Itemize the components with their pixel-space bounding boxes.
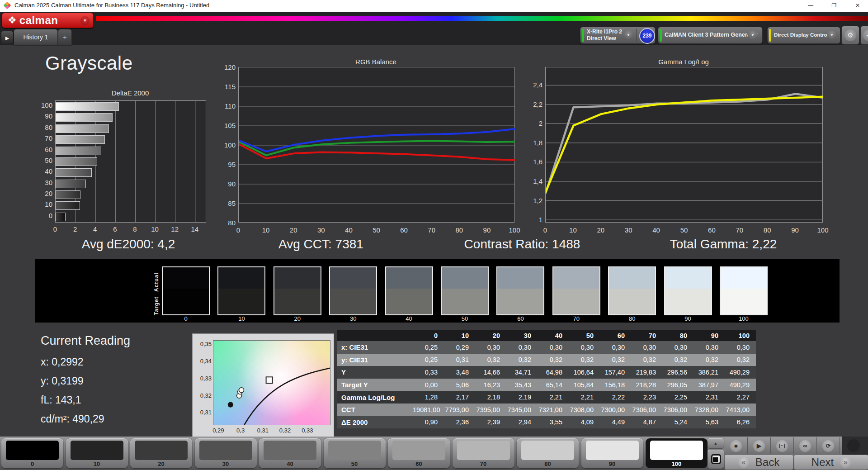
patch-panel-up-button[interactable]: ▲ <box>708 438 724 448</box>
cell: 0,32 <box>693 356 725 363</box>
pattern-size-button[interactable]: [··] <box>771 437 794 454</box>
rgb-plot-ytick-7: 115 <box>219 83 236 90</box>
table-header-50: 50 <box>569 332 600 339</box>
tab-history-1[interactable]: History 1 <box>14 29 58 46</box>
swatch-label-70: 70 <box>552 315 600 322</box>
patch-tile-20[interactable]: 20 <box>130 438 192 468</box>
maximize-icon[interactable]: ❐ <box>826 0 842 11</box>
patch-tile-0[interactable]: 0 <box>1 438 63 468</box>
cell: 0,31 <box>444 356 475 363</box>
table-row-x-cie31: x: CIE310,250,290,300,300,300,300,300,30… <box>337 341 756 354</box>
header-bar: ❖ calman ▼ ▶ History 1 + X-Rite i1Pro 2 … <box>0 12 868 45</box>
source-dropdown-arrow-icon[interactable]: ▼ <box>748 30 758 40</box>
next-button[interactable]: Next » <box>794 455 868 470</box>
collapse-panel-button[interactable]: ◀ <box>860 26 868 45</box>
patch-label-60: 60 <box>388 461 450 467</box>
gamma-plot-ytick-4: 1,8 <box>526 139 542 147</box>
patch-label-80: 80 <box>517 461 579 467</box>
deltae-bar-50 <box>56 157 97 166</box>
back-button[interactable]: « Back <box>725 455 793 470</box>
cie-ytick-3: 0,34 <box>194 358 212 365</box>
swatch-target-80 <box>609 289 655 314</box>
swatch-label-80: 80 <box>608 315 656 322</box>
minimize-icon[interactable]: — <box>803 0 818 11</box>
patch-tile-30[interactable]: 30 <box>195 438 257 468</box>
calman-diamond-icon: ❖ <box>8 14 17 26</box>
cell: 7413,00 <box>725 406 756 413</box>
cell: 0,00 <box>413 381 444 389</box>
patch-label-0: 0 <box>1 461 63 467</box>
patch-tile-40[interactable]: 40 <box>259 438 321 468</box>
cell: 0,30 <box>693 344 725 351</box>
rgb-balance-chart <box>238 67 514 223</box>
swatch-50 <box>441 266 489 315</box>
tab-scroll-button[interactable]: ▶ <box>1 31 14 45</box>
meter-reading-badge[interactable]: 239 <box>639 28 655 44</box>
cell: 7793,00 <box>444 406 475 413</box>
table-row-y: Y0,333,4814,6634,7164,98106,64157,40219,… <box>337 366 756 379</box>
table-row-cct: CCT19081,007793,007395,007345,007321,007… <box>337 404 756 416</box>
swatch-actual-20 <box>274 267 321 289</box>
patch-window-button[interactable] <box>708 450 724 469</box>
deltae-bar-0 <box>56 213 66 221</box>
collapse-arrow-icon: ◀ <box>863 29 868 41</box>
calman-menu-button[interactable]: ❖ calman ▼ <box>2 13 94 28</box>
display-control-selector[interactable]: Direct Display Control ▼ <box>767 27 840 44</box>
rgb-plot-xtick-80: 80 <box>452 226 467 234</box>
display-status-stripe <box>769 29 771 42</box>
patch-swatch-90 <box>586 441 639 460</box>
patch-tile-80[interactable]: 80 <box>517 438 579 468</box>
swatch-10 <box>217 266 265 315</box>
table-header-40: 40 <box>538 332 569 339</box>
add-tab-button[interactable]: + <box>58 29 72 46</box>
cell: 16,23 <box>475 381 506 389</box>
patch-tile-60[interactable]: 60 <box>388 438 450 468</box>
swatch-target-30 <box>330 289 376 314</box>
cell: 0,32 <box>506 356 538 363</box>
cell: 35,43 <box>506 381 538 389</box>
cell: 0,29 <box>444 344 475 351</box>
grayscale-swatch-strip: ActualTarget0102030405060708090100 <box>35 259 840 323</box>
cell: 0,30 <box>631 344 662 351</box>
close-icon[interactable]: ✕ <box>850 0 865 11</box>
row-label: Gamma Log/Log <box>337 394 413 401</box>
rgb-plot-xtick-60: 60 <box>397 226 411 234</box>
current-reading-panel: Current Reading x: 0,2992 y: 0,3199 fL: … <box>41 334 130 432</box>
patch-tile-70[interactable]: 70 <box>453 438 514 468</box>
calman-app-window: Calman 2025 Calman Ultimate for Business… <box>0 0 868 470</box>
row-label: y: CIE31 <box>337 356 413 364</box>
patch-tile-90[interactable]: 90 <box>581 438 643 468</box>
display-dropdown-arrow-icon[interactable]: ▼ <box>827 30 837 40</box>
meter-selector[interactable]: X-Rite i1Pro 2 Direct View ▼ 239 <box>580 27 656 44</box>
swatch-target-20 <box>274 289 321 314</box>
swatch-90 <box>664 266 712 315</box>
meter-dropdown-arrow-icon[interactable]: ▼ <box>623 30 633 40</box>
refresh-button[interactable]: ⟳ <box>817 437 840 454</box>
reading-x: x: 0,2992 <box>41 356 130 368</box>
deltae-ytick-30: 30 <box>34 179 52 186</box>
cie-ytick-2: 0,33 <box>194 375 212 382</box>
cell: 2,25 <box>662 394 693 401</box>
patch-tile-10[interactable]: 10 <box>66 438 128 468</box>
gamma-plot-xtick-40: 40 <box>649 226 664 234</box>
swatch-target-60 <box>497 289 543 314</box>
patch-label-10: 10 <box>66 461 128 467</box>
logo-dropdown-arrow-icon[interactable]: ▼ <box>80 16 90 25</box>
cell: 0,30 <box>569 344 600 351</box>
patch-swatch-40 <box>264 441 316 460</box>
start-measure-button[interactable]: ▶ <box>748 437 771 454</box>
patch-tile-100[interactable]: 100 <box>646 438 708 468</box>
swatch-label-60: 60 <box>496 315 544 322</box>
swatch-actual-80 <box>609 267 655 289</box>
settings-button[interactable]: ⚙ <box>841 26 859 45</box>
continuous-measure-button[interactable]: ∞ <box>794 437 817 454</box>
cell: 7306,00 <box>662 406 693 413</box>
stop-measure-button[interactable]: ■ <box>725 437 748 454</box>
meter-name: X-Rite i1Pro 2 <box>587 28 622 35</box>
cell: 4,09 <box>569 418 600 426</box>
cell: 0,32 <box>631 356 662 363</box>
patch-tile-50[interactable]: 50 <box>324 438 386 468</box>
pattern-source-selector[interactable]: CalMAN Client 3 Pattern Generator ▼ <box>658 27 763 44</box>
row-label: Target Y <box>337 381 413 389</box>
patch-label-30: 30 <box>195 461 257 467</box>
